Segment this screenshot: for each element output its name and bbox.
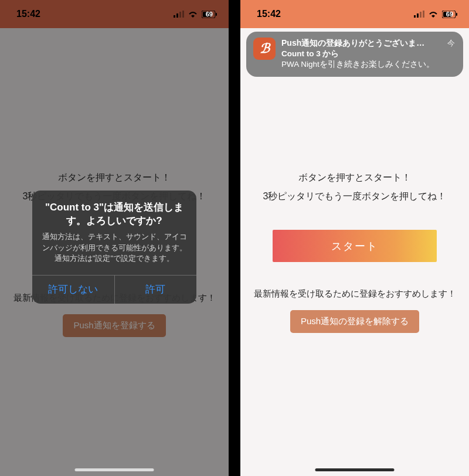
svg-rect-10: [423, 11, 424, 18]
svg-rect-13: [456, 13, 457, 16]
permission-buttons: 許可しない 許可: [32, 275, 196, 304]
phone-right-screen: 15:42 69 ℬ Push通知の登録ありがとうございま… 今 Count t…: [240, 0, 469, 476]
svg-rect-7: [414, 15, 416, 18]
unregister-push-button[interactable]: Push通知の登録を解除する: [290, 310, 419, 333]
notification-text: Push通知の登録ありがとうございま… 今 Count to 3 から PWA …: [281, 38, 455, 70]
status-time: 15:42: [16, 9, 40, 19]
battery-icon: 69: [202, 11, 217, 18]
notification-body: PWA Nightを引き続きお楽しみください。: [281, 59, 455, 70]
permission-body: 通知方法は、テキスト、サウンド、アイコンバッジが利用できる可能性があります。通知…: [32, 230, 196, 275]
svg-rect-0: [174, 15, 175, 18]
wifi-icon: [428, 11, 439, 18]
status-icons: 69: [174, 11, 217, 18]
status-bar: 15:42 69: [240, 0, 469, 28]
deny-button[interactable]: 許可しない: [32, 276, 114, 304]
start-button[interactable]: スタート: [273, 230, 437, 262]
permission-title: "Count to 3"は通知を送信します。よろしいですか?: [32, 191, 196, 230]
battery-percent: 69: [446, 11, 453, 18]
battery-icon: 69: [442, 11, 457, 18]
notification-app-name: Count to 3 から: [281, 49, 455, 59]
wifi-icon: [188, 11, 198, 18]
instruction-line-1: ボタンを押すとスタート！: [298, 170, 411, 185]
status-icons: 69: [414, 11, 457, 18]
notification-title: Push通知の登録ありがとうございま…: [281, 38, 424, 49]
svg-rect-8: [417, 13, 419, 18]
status-bar: 15:42 69: [0, 0, 229, 28]
svg-rect-6: [216, 13, 217, 16]
phone-left-screen: ボタンを押すとスタート！ 3秒ピッタリでもう一度ボタンを押してね！ 最新情報を受…: [0, 0, 229, 476]
register-note: 最新情報を受け取るために登録をおすすめします！: [254, 288, 456, 300]
status-time: 15:42: [257, 9, 281, 19]
cellular-icon: [414, 11, 424, 18]
push-notification-banner[interactable]: ℬ Push通知の登録ありがとうございま… 今 Count to 3 から PW…: [246, 32, 463, 77]
svg-rect-2: [179, 12, 181, 18]
svg-rect-1: [176, 13, 178, 18]
cellular-icon: [174, 11, 184, 18]
permission-dialog: "Count to 3"は通知を送信します。よろしいですか? 通知方法は、テキス…: [32, 191, 196, 304]
instruction-line-2: 3秒ピッタリでもう一度ボタンを押してね！: [263, 189, 447, 204]
notification-app-icon: ℬ: [253, 38, 276, 60]
notification-time: 今: [447, 38, 455, 49]
allow-button[interactable]: 許可: [114, 276, 197, 304]
battery-percent: 69: [206, 11, 213, 18]
home-indicator[interactable]: [315, 468, 395, 471]
svg-rect-3: [182, 11, 184, 18]
svg-rect-9: [420, 12, 422, 18]
home-indicator[interactable]: [75, 468, 154, 471]
